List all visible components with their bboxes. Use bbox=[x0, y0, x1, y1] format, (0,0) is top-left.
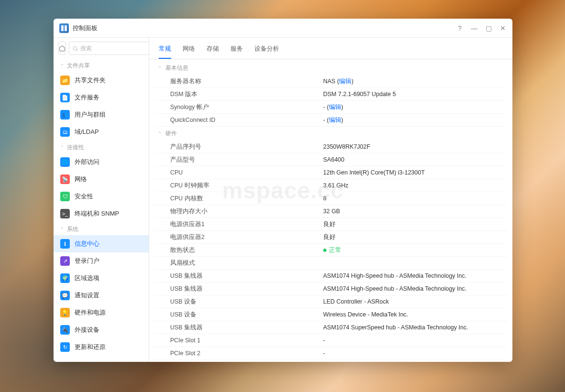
row-label: USB 设备 bbox=[170, 310, 323, 319]
control-panel-icon bbox=[59, 23, 69, 33]
nav-icon: 🛡 bbox=[60, 192, 70, 201]
row-label: USB 集线器 bbox=[170, 284, 323, 293]
row-label: 风扇模式 bbox=[170, 259, 323, 267]
nav-icon: 💬 bbox=[60, 291, 70, 300]
info-row: USB 集线器ASM1074 High-Speed hub - ASMedia … bbox=[154, 270, 508, 283]
row-value: 12th Gen Intel(R) Core(TM) i3-12300T bbox=[323, 168, 504, 177]
group-header[interactable]: ⌃硬件 bbox=[154, 127, 508, 141]
tab[interactable]: 存储 bbox=[206, 43, 219, 59]
sidebar-list[interactable]: ⌃文件共享📁共享文件夹📄文件服务👥用户与群组🗂域/LDAP⌃连接性🌐外部访问📡网… bbox=[54, 59, 149, 362]
nav-label: 外部访问 bbox=[75, 158, 99, 166]
info-row: CPU 时钟频率3.61 GHz bbox=[154, 179, 508, 192]
row-value: 3.61 GHz bbox=[323, 181, 504, 190]
row-label: CPU 时钟频率 bbox=[170, 181, 323, 190]
edit-link[interactable]: 编辑 bbox=[329, 117, 341, 123]
sidebar-item[interactable]: 📄文件服务 bbox=[54, 89, 149, 106]
row-value: ASM1074 SuperSpeed hub - ASMedia Technol… bbox=[323, 323, 504, 332]
section-header[interactable]: ⌃系统 bbox=[54, 222, 149, 235]
sidebar-item[interactable]: 🛡安全性 bbox=[54, 188, 149, 205]
sidebar-item[interactable]: ↻更新和还原 bbox=[54, 338, 149, 356]
tab[interactable]: 设备分析 bbox=[254, 43, 279, 59]
row-label: CPU 内核数 bbox=[170, 194, 323, 203]
sidebar-item[interactable]: >_终端机和 SNMP bbox=[54, 205, 149, 222]
nav-icon: >_ bbox=[60, 209, 70, 218]
row-value: 良好 bbox=[323, 233, 504, 241]
home-icon bbox=[59, 45, 65, 52]
info-row: USB 集线器ASM1074 High-Speed hub - ASMedia … bbox=[154, 283, 508, 295]
nav-label: 安全性 bbox=[75, 192, 93, 201]
nav-label: 文件服务 bbox=[75, 93, 99, 102]
row-label: PCIe Slot 1 bbox=[170, 336, 323, 345]
status-dot-icon bbox=[323, 249, 326, 252]
sidebar-item[interactable]: 👥用户与群组 bbox=[54, 106, 149, 123]
nav-label: 信息中心 bbox=[75, 240, 99, 248]
row-label: 产品序列号 bbox=[170, 142, 323, 151]
nav-icon: 📡 bbox=[60, 174, 70, 184]
row-label: 服务器名称 bbox=[170, 77, 323, 86]
info-row: USB 设备LED Controller - ASRock bbox=[154, 295, 508, 308]
search-input[interactable] bbox=[80, 45, 149, 52]
row-label: CPU bbox=[170, 168, 323, 177]
sidebar-item[interactable]: 🌍区域选项 bbox=[54, 270, 149, 287]
info-row: 产品序列号2350W8RK7J02F bbox=[154, 141, 508, 153]
sidebar-item[interactable]: ℹ信息中心 bbox=[54, 235, 149, 252]
sidebar-item[interactable]: 🌐外部访问 bbox=[54, 153, 149, 171]
tab[interactable]: 网络 bbox=[183, 43, 195, 59]
help-button[interactable]: ? bbox=[456, 24, 464, 32]
row-label: 物理内存大小 bbox=[170, 207, 323, 216]
section-label: 文件共享 bbox=[67, 62, 90, 70]
sidebar-item[interactable]: 📡网络 bbox=[54, 171, 149, 188]
info-row: PCIe Slot 2- bbox=[154, 347, 508, 360]
nav-label: 通知设置 bbox=[75, 291, 99, 300]
nav-icon: 🗂 bbox=[60, 127, 70, 137]
section-header[interactable]: ⌃文件共享 bbox=[54, 59, 149, 72]
sidebar-item[interactable]: 💡硬件和电源 bbox=[54, 304, 149, 321]
info-row: CPU12th Gen Intel(R) Core(TM) i3-12300T bbox=[154, 166, 508, 179]
nav-icon: 🌐 bbox=[60, 157, 70, 167]
row-value: 8 bbox=[323, 194, 504, 203]
sidebar-item[interactable]: 🔌外接设备 bbox=[54, 321, 149, 338]
close-button[interactable]: ✕ bbox=[499, 24, 507, 32]
row-value: - (编辑) bbox=[323, 116, 504, 124]
row-label: QuickConnect ID bbox=[170, 116, 323, 124]
tab-bar: 常规网络存储服务设备分析 bbox=[149, 38, 512, 59]
sidebar-item[interactable]: 🗂域/LDAP bbox=[54, 123, 149, 141]
window-title: 控制面板 bbox=[73, 24, 456, 33]
tab[interactable]: 服务 bbox=[230, 43, 243, 59]
row-value: ASM1074 High-Speed hub - ASMedia Technol… bbox=[323, 272, 504, 280]
row-value: - bbox=[323, 336, 504, 345]
info-row: DSM 版本DSM 7.2.1-69057 Update 5 bbox=[154, 88, 508, 101]
sidebar-item[interactable]: ↗登录门户 bbox=[54, 252, 149, 270]
edit-link[interactable]: 编辑 bbox=[339, 78, 351, 85]
nav-icon: ↻ bbox=[60, 342, 70, 352]
row-value: 32 GB bbox=[323, 207, 504, 216]
nav-label: 网络 bbox=[75, 175, 87, 184]
edit-link[interactable]: 编辑 bbox=[329, 104, 341, 110]
nav-icon: 🌍 bbox=[60, 273, 70, 283]
section-header[interactable]: ⌃连接性 bbox=[54, 141, 149, 153]
nav-icon: 🔌 bbox=[60, 325, 70, 335]
chevron-up-icon: ⌃ bbox=[60, 145, 64, 150]
minimize-button[interactable]: — bbox=[470, 24, 478, 32]
sidebar-item[interactable]: 📁共享文件夹 bbox=[54, 72, 149, 89]
group-header[interactable]: ⌃基本信息 bbox=[154, 61, 508, 75]
row-value: 良好 bbox=[323, 220, 504, 229]
nav-label: 用户与群组 bbox=[75, 110, 106, 119]
info-list[interactable]: mspace.cc ⌃基本信息服务器名称NAS (编辑)DSM 版本DSM 7.… bbox=[149, 59, 512, 362]
tab[interactable]: 常规 bbox=[159, 43, 171, 59]
nav-label: 外接设备 bbox=[75, 326, 99, 334]
row-label: PCIe Slot 2 bbox=[170, 349, 323, 358]
group-header[interactable]: ⌃时间信息 bbox=[154, 360, 508, 362]
home-button[interactable] bbox=[58, 42, 66, 55]
row-label: USB 集线器 bbox=[170, 323, 323, 332]
info-row: 散热状态正常 bbox=[154, 244, 508, 257]
row-value: 正常 bbox=[323, 246, 504, 254]
nav-label: 登录门户 bbox=[75, 257, 99, 265]
control-panel-window: 控制面板 ? — ▢ ✕ ⌃文件共享📁共享文件夹📄文件服务👥用户与群组🗂域/LD… bbox=[54, 19, 512, 362]
sidebar-item[interactable]: 💬通知设置 bbox=[54, 287, 149, 304]
info-row: PCIe Slot 1- bbox=[154, 334, 508, 347]
search-box[interactable] bbox=[69, 42, 149, 55]
info-row: 电源供应器1良好 bbox=[154, 218, 508, 231]
maximize-button[interactable]: ▢ bbox=[485, 24, 492, 32]
nav-icon: 📄 bbox=[60, 93, 70, 102]
